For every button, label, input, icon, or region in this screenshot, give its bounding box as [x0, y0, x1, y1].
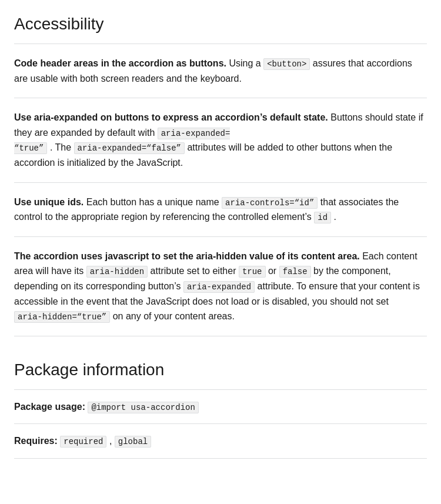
item-1-code1: <button>: [263, 58, 310, 70]
package-requires-code1: required: [60, 436, 106, 448]
item-4-code3: false: [279, 266, 311, 278]
accessibility-item-1: Code header areas in the accordion as bu…: [14, 44, 427, 98]
package-usage-label: Package usage:: [14, 402, 85, 412]
package-usage-code: @import usa-accordion: [88, 402, 198, 413]
item-2-code2: aria-expanded=“false”: [74, 142, 185, 154]
package-usage-item: Package usage: @import usa-accordion: [14, 390, 427, 425]
item-3-text1: Each button has a unique name: [86, 197, 222, 207]
accessibility-title: Accessibility: [14, 12, 427, 44]
item-4-code4: aria-expanded: [183, 281, 255, 293]
accessibility-item-3: Use unique ids. Each button has a unique…: [14, 183, 427, 237]
package-title: Package information: [14, 358, 427, 390]
accessibility-item-2: Use aria-expanded on buttons to express …: [14, 98, 427, 182]
package-requires-code2: global: [115, 436, 151, 448]
item-2-text2: . The: [50, 142, 74, 152]
item-3-text3: .: [334, 212, 336, 222]
item-1-bold: Code header areas in the accordion as bu…: [14, 58, 226, 68]
item-4-code5: aria-hidden=“true”: [14, 311, 110, 323]
item-3-bold: Use unique ids.: [14, 197, 83, 207]
package-list: Package usage: @import usa-accordion Req…: [14, 390, 427, 459]
item-3-code2: id: [314, 212, 331, 223]
item-1-text1: Using a: [229, 58, 263, 68]
accessibility-list: Code header areas in the accordion as bu…: [14, 44, 427, 336]
item-4-text3: or: [268, 266, 279, 276]
item-4-code2: true: [239, 266, 266, 278]
item-4-bold: The accordion uses javascript to set the…: [14, 251, 360, 261]
package-requires-label: Requires:: [14, 436, 58, 446]
package-requires-separator: ,: [109, 436, 115, 446]
package-section: Package information Package usage: @impo…: [14, 358, 427, 459]
item-4-text6: on any of your content areas.: [113, 311, 235, 321]
accessibility-section: Accessibility Code header areas in the a…: [14, 12, 427, 336]
page-container: Accessibility Code header areas in the a…: [0, 0, 441, 482]
item-4-code1: aria-hidden: [86, 266, 148, 278]
item-2-bold: Use aria-expanded on buttons to express …: [14, 112, 328, 122]
package-requires-item: Requires: required , global: [14, 424, 427, 459]
accessibility-item-4: The accordion uses javascript to set the…: [14, 237, 427, 336]
item-3-code1: aria-controls=“id”: [222, 197, 318, 209]
item-4-text2: attribute set to either: [151, 266, 239, 276]
